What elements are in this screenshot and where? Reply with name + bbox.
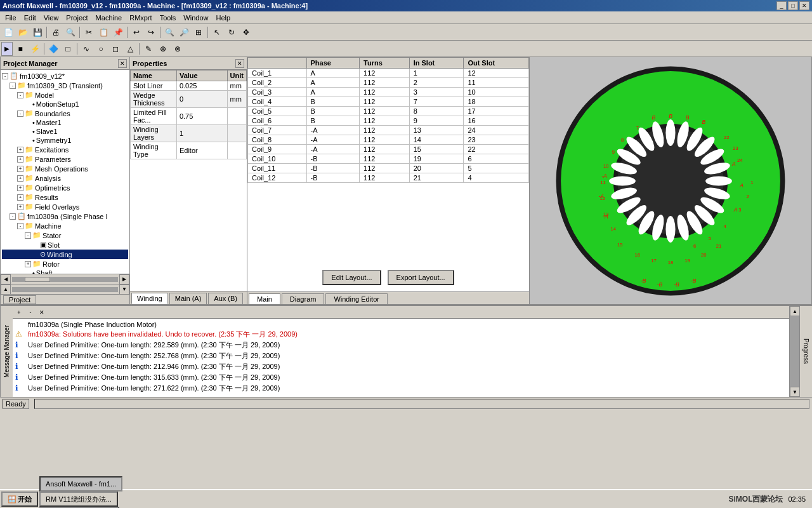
draw4-button[interactable]: △ xyxy=(123,42,137,56)
taskbar-app-button[interactable]: Ansoft Maxwell - fm1... xyxy=(39,476,122,491)
table-row[interactable]: Coil_1 A 112 1 12 xyxy=(248,69,529,78)
analyze-button[interactable]: ⚡ xyxy=(28,42,42,56)
table-row[interactable]: Winding Type xyxy=(131,142,247,159)
edit2-button[interactable]: ⊕ xyxy=(156,42,170,56)
tree-item[interactable]: +📁Results xyxy=(2,192,128,202)
tree-item[interactable]: +📁Optimetrics xyxy=(2,183,128,192)
tree-item[interactable]: -📋fm10309a (Single Phase I xyxy=(2,211,128,221)
menu-window[interactable]: Window xyxy=(180,13,212,23)
tree-item[interactable]: •Slave1 xyxy=(2,127,128,136)
tree-item[interactable]: -📁Machine xyxy=(2,221,128,231)
paste-button[interactable]: 📌 xyxy=(111,25,125,39)
view3d-button[interactable]: 🔷 xyxy=(46,42,60,56)
menu-view[interactable]: View xyxy=(40,13,63,23)
table-row[interactable]: Limited Fill Fac... xyxy=(131,108,247,125)
edit-layout-button[interactable]: Edit Layout... xyxy=(322,270,381,285)
edit3-button[interactable]: ⊗ xyxy=(171,42,185,56)
minimize-button[interactable]: _ xyxy=(776,1,787,10)
table-row[interactable]: Coil_10 -B 112 19 6 xyxy=(248,154,529,164)
title-bar-buttons[interactable]: _ □ ✕ xyxy=(776,1,809,10)
table-row[interactable]: Coil_6 B 112 9 16 xyxy=(248,116,529,126)
tree-item[interactable]: +📁Mesh Operations xyxy=(2,164,128,173)
move-button[interactable]: ✥ xyxy=(239,25,253,39)
scroll-up[interactable]: ▲ xyxy=(1,284,11,295)
tree-expander[interactable]: + xyxy=(25,261,31,267)
project-tab[interactable]: Project xyxy=(3,295,36,304)
tree-expander[interactable]: + xyxy=(17,185,23,191)
tab-winding-editor[interactable]: Winding Editor xyxy=(325,293,388,304)
fit-button[interactable]: ⊞ xyxy=(192,25,206,39)
tree-expander[interactable]: - xyxy=(10,213,16,220)
tree-item[interactable]: -📁Model xyxy=(2,90,128,100)
project-manager-close[interactable]: ✕ xyxy=(118,59,127,68)
table-row[interactable]: Coil_5 B 112 8 17 xyxy=(248,107,529,116)
open-button[interactable]: 📂 xyxy=(16,25,30,39)
scroll-right[interactable]: ▶ xyxy=(119,274,129,284)
menu-tools[interactable]: Tools xyxy=(156,13,180,23)
tree-expander[interactable]: + xyxy=(17,147,23,153)
tree-expander[interactable]: + xyxy=(17,156,23,163)
menu-edit[interactable]: Edit xyxy=(20,13,40,23)
table-row[interactable]: Coil_8 -A 112 14 23 xyxy=(248,135,529,145)
winding-tab-aux[interactable]: Aux (B) xyxy=(208,293,243,304)
tree-item[interactable]: •MotionSetup1 xyxy=(2,100,128,109)
select-button[interactable]: ↖ xyxy=(210,25,224,39)
save-button[interactable]: 💾 xyxy=(30,25,44,39)
stop-button[interactable]: ■ xyxy=(13,42,27,56)
tree-expander[interactable]: + xyxy=(17,166,23,172)
log-scroll[interactable]: ▲ ▼ xyxy=(789,306,799,397)
prop-value[interactable] xyxy=(176,125,227,142)
tab-main[interactable]: Main xyxy=(249,293,280,304)
menu-project[interactable]: Project xyxy=(62,13,91,23)
table-row[interactable]: Coil_7 -A 112 13 24 xyxy=(248,126,529,135)
project-manager-hscroll[interactable]: ◀ ▶ xyxy=(1,274,129,284)
rotate-button[interactable]: ↻ xyxy=(225,25,239,39)
log-btn-1[interactable]: + xyxy=(14,307,24,318)
new-button[interactable]: 📄 xyxy=(1,25,15,39)
tree-item[interactable]: ▣Slot xyxy=(2,240,128,250)
table-row[interactable]: Coil_11 -B 112 20 5 xyxy=(248,164,529,173)
tree-expander[interactable]: - xyxy=(17,110,23,117)
table-row[interactable]: Coil_12 -B 112 21 4 xyxy=(248,173,529,183)
tree-item[interactable]: +📁Analysis xyxy=(2,173,128,183)
tree-expander[interactable]: + xyxy=(17,194,23,201)
tree-item[interactable]: -📁Stator xyxy=(2,231,128,240)
table-row[interactable]: Wedge Thickness mm xyxy=(131,91,247,108)
tree-expander[interactable]: - xyxy=(25,232,31,239)
table-row[interactable]: Winding Layers xyxy=(131,125,247,142)
menu-help[interactable]: Help xyxy=(212,13,234,23)
tree-expander[interactable]: + xyxy=(17,204,23,210)
prop-value[interactable] xyxy=(176,108,227,125)
menu-machine[interactable]: Machine xyxy=(92,13,126,23)
maximize-button[interactable]: □ xyxy=(788,1,798,10)
undo-button[interactable]: ↩ xyxy=(129,25,143,39)
table-row[interactable]: Slot Liner mm xyxy=(131,81,247,91)
winding-tab-winding[interactable]: Winding xyxy=(131,293,168,304)
tree-item[interactable]: +📁Field Overlays xyxy=(2,202,128,211)
start-button[interactable]: 🪟 开始 xyxy=(1,491,38,507)
run-button[interactable]: ▶ xyxy=(1,42,13,56)
draw1-button[interactable]: ∿ xyxy=(79,42,93,56)
zoom-out-button[interactable]: 🔎 xyxy=(177,25,191,39)
log-btn-2[interactable]: - xyxy=(25,307,36,318)
edit1-button[interactable]: ✎ xyxy=(141,42,155,56)
tree-expander[interactable]: - xyxy=(10,83,16,89)
tree-item[interactable]: -📁Boundaries xyxy=(2,109,128,118)
table-row[interactable]: Coil_3 A 112 3 10 xyxy=(248,88,529,97)
tree-expander[interactable]: - xyxy=(17,223,23,229)
menu-rmxprt[interactable]: RMxprt xyxy=(126,13,155,23)
tree-item[interactable]: •Master1 xyxy=(2,118,128,127)
taskbar-app-button[interactable]: RM V11绕组没办法... xyxy=(39,491,118,507)
tree-item[interactable]: -📁fm10309_3D (Transient) xyxy=(2,81,128,90)
tree-expander[interactable]: - xyxy=(2,73,8,79)
scroll-down[interactable]: ▼ xyxy=(119,284,129,295)
log-close[interactable]: ✕ xyxy=(37,307,47,318)
tab-diagram[interactable]: Diagram xyxy=(282,293,325,304)
tree-item[interactable]: -📋fm10309_v12* xyxy=(2,71,128,81)
log-scroll-down[interactable]: ▼ xyxy=(790,387,800,397)
table-row[interactable]: Coil_9 -A 112 15 22 xyxy=(248,145,529,154)
tree-item[interactable]: •Shaft xyxy=(2,269,128,274)
table-row[interactable]: Coil_4 B 112 7 18 xyxy=(248,97,529,107)
menu-file[interactable]: File xyxy=(1,13,20,23)
print-preview-button[interactable]: 🔍 xyxy=(63,25,77,39)
